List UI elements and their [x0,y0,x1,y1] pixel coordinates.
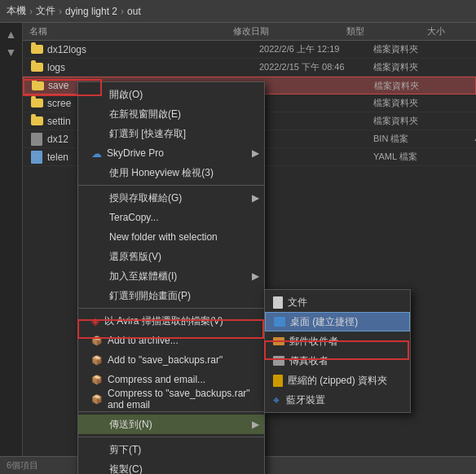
bluetooth-icon: ⌖ [273,393,281,406]
doc-icon [273,296,283,309]
file-icon-cell [29,43,44,56]
archive-icon: 📦 [91,375,103,385]
menu-item-copy[interactable]: 複製(C) [78,459,264,474]
file-date: 2022/2/15 下午 08:46 [259,61,373,73]
submenu-item-fax[interactable]: 傳真收者 [265,351,410,371]
file-type: 檔案資料夾 [373,61,455,73]
menu-separator [78,185,264,186]
menu-item-label: 剪下(T) [109,443,141,457]
file-icon-cell [29,97,44,110]
menu-separator [78,411,264,412]
submenu-arrow-icon: ▶ [252,270,259,282]
file-type: 檔案資料夾 [373,97,455,109]
table-row[interactable]: dx12logs 2022/2/6 上午 12:19 檔案資料夾 [23,41,476,59]
menu-item-teracopy[interactable]: TeraCopy... [78,208,264,227]
submenu-item-label: 郵件收件者 [289,335,338,349]
breadcrumb-documents[interactable]: 文件 [36,4,55,18]
zip-icon [273,375,283,387]
menu-separator [78,437,264,437]
menu-item-open-new-window[interactable]: 在新視窗開啟(E) [78,104,264,124]
breadcrumb-out[interactable]: out [127,6,141,17]
submenu-arrow-icon: ▶ [252,192,259,204]
file-name: logs [47,62,259,73]
menu-item-label: Compress and email... [108,374,205,385]
send-to-submenu[interactable]: 文件桌面 (建立捷徑)郵件收件者傳真收者壓縮的 (zipped) 資料夾⌖藍牙裝… [264,289,411,413]
table-row[interactable]: logs 2022/2/15 下午 08:46 檔案資料夾 [23,59,476,77]
submenu-item-document[interactable]: 文件 [265,292,410,312]
menu-item-restore-ver[interactable]: 還原舊版(V) [78,247,264,266]
folder-icon [32,81,44,90]
menu-item-compress-email[interactable]: 📦Compress and email... [78,370,264,389]
submenu-item-label: 桌面 (建立捷徑) [290,315,358,329]
col-date-header[interactable]: 修改日期 [233,25,346,37]
breadcrumb: 本機 › 文件 › dying light 2 › out [0,0,476,23]
menu-item-label: Add to "save_backups.rar" [108,354,223,366]
menu-item-label: 開啟(O) [109,88,143,102]
context-menu[interactable]: 開啟(O)在新視窗開啟(E)釘選到 [快速存取]☁SkyDrive Pro▶使用… [77,81,265,474]
left-nav: ▲ ▼ [0,23,23,456]
menu-item-label: 複製(C) [109,463,143,475]
column-header: 名稱 修改日期 類型 大小 [23,23,476,41]
submenu-item-zip[interactable]: 壓縮的 (zipped) 資料夾 [265,371,410,390]
submenu-item-label: 壓縮的 (zipped) 資料夾 [288,374,387,388]
menu-item-label: 加入至媒體櫃(I) [109,270,177,283]
menu-item-label: 在新視窗開啟(E) [109,108,181,121]
submenu-arrow-icon: ▶ [252,419,259,430]
menu-separator [78,308,264,309]
desktop-icon [274,317,285,327]
menu-item-share-access[interactable]: 授與存取權給(G)▶ [78,188,264,208]
breadcrumb-game[interactable]: dying light 2 [65,6,117,17]
submenu-item-label: 藍牙裝置 [286,393,325,407]
yaml-icon [31,151,42,164]
menu-item-add-to-media[interactable]: 加入至媒體櫃(I)▶ [78,266,264,286]
menu-item-label: 授與存取權給(G) [109,191,182,205]
file-type: 檔案資料夾 [374,80,456,92]
menu-item-cut[interactable]: 剪下(T) [78,440,264,459]
breadcrumb-home[interactable]: 本機 [7,4,26,18]
menu-item-label: 以 Avira 掃描選取的檔案(V) [104,314,223,328]
menu-item-new-folder-sel[interactable]: New folder with selection [78,227,264,247]
folder-icon [31,63,43,72]
col-name-header[interactable]: 名稱 [23,25,233,37]
mail-icon [273,337,284,345]
menu-item-send-to[interactable]: 傳送到(N)▶ [78,415,264,434]
menu-item-add-rar[interactable]: 📦Add to "save_backups.rar" [78,350,264,370]
submenu-item-bluetooth[interactable]: ⌖藍牙裝置 [265,390,410,410]
menu-item-open[interactable]: 開啟(O) [78,85,264,104]
file-icon-cell [30,79,45,92]
file-type: BIN 檔案 [373,133,455,145]
file-size: 44,15 [455,134,476,144]
menu-item-compress-rar-email[interactable]: 📦Compress to "save_backups.rar" and emai… [78,389,264,409]
menu-item-pin-start[interactable]: 釘選到開始畫面(P) [78,286,264,305]
folder-icon [31,45,43,54]
archive-icon: 📦 [91,355,103,366]
nav-up-arrow[interactable]: ▲ [6,26,17,42]
menu-item-honeyview[interactable]: 使用 Honeyview 檢視(3) [78,163,264,182]
archive-icon: 📦 [91,336,103,346]
submenu-item-desktop[interactable]: 桌面 (建立捷徑) [265,312,410,331]
menu-item-avira[interactable]: ◈以 Avira 掃描選取的檔案(V) [78,311,264,331]
file-date: 2022/2/6 上午 12:19 [259,43,373,55]
status-text: 6個項目 [7,459,38,472]
menu-item-label: 使用 Honeyview 檢視(3) [109,166,214,180]
col-type-header[interactable]: 類型 [346,25,427,37]
nav-down-arrow[interactable]: ▼ [6,44,17,60]
folder-icon [31,116,43,125]
menu-item-label: 傳送到(N) [109,418,152,432]
menu-item-add-archive[interactable]: 📦Add to archive... [78,331,264,350]
submenu-item-mail[interactable]: 郵件收件者 [265,331,410,351]
file-icon-cell [29,151,44,164]
col-size-header[interactable]: 大小 [427,25,476,37]
file-icon-cell [29,115,44,128]
menu-item-skydrive[interactable]: ☁SkyDrive Pro▶ [78,143,264,163]
menu-item-label: Add to archive... [108,335,178,346]
file-type: 檔案資料夾 [373,115,455,127]
menu-item-label: New folder with selection [109,231,218,243]
menu-item-label: 釘選到 [快速存取] [109,127,186,141]
menu-item-label: Compress to "save_backups.rar" and email [108,388,251,410]
menu-item-pin-quick[interactable]: 釘選到 [快速存取] [78,124,264,143]
file-type: 檔案資料夾 [373,43,455,55]
bin-icon [31,133,42,146]
file-name: dx12logs [47,44,259,55]
folder-icon [31,99,43,108]
